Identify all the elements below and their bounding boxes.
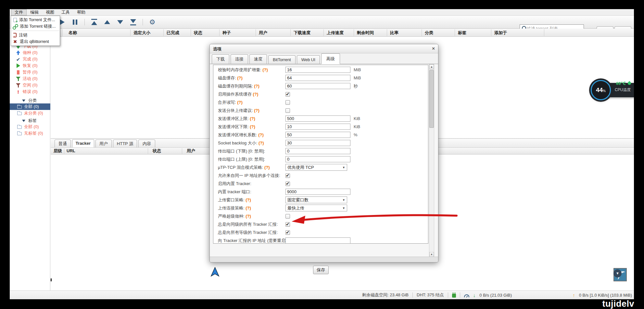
help-icon[interactable]: (?) bbox=[263, 165, 270, 170]
column-header-10[interactable]: 比率 bbox=[390, 29, 398, 37]
options-button[interactable]: ⚙ bbox=[149, 19, 156, 26]
panel-resize-handle[interactable] bbox=[51, 278, 52, 281]
sidebar-filter-5[interactable]: 恢复 (0) bbox=[10, 62, 50, 69]
menu-file-open[interactable]: 文件 bbox=[11, 9, 27, 16]
option-checkbox[interactable] bbox=[285, 108, 290, 113]
help-icon[interactable]: (?) bbox=[245, 206, 251, 210]
save-button[interactable]: 保存 bbox=[313, 266, 329, 274]
help-icon[interactable]: (?) bbox=[245, 197, 251, 202]
option-input[interactable] bbox=[285, 148, 350, 154]
sidebar-filter-4[interactable]: ✔完成 (0) bbox=[10, 56, 50, 62]
collapse-panel-button[interactable]: ▼ bbox=[613, 269, 622, 277]
sidebar-group-tag[interactable]: 标签 bbox=[10, 118, 50, 124]
move-down-button[interactable] bbox=[117, 19, 124, 26]
torrent-table-header[interactable]: 名称选定大小已完成状态种子用户下载速度上传速度剩余时间比率分类标签添加于 bbox=[51, 29, 634, 37]
help-icon[interactable]: (?) bbox=[236, 75, 243, 80]
option-checkbox[interactable] bbox=[285, 230, 290, 235]
details-tab-tracker[interactable]: Tracker bbox=[72, 139, 94, 147]
dialog-scrollbar[interactable]: ▲ ▼ bbox=[429, 64, 434, 257]
menu-item-2[interactable]: 添加 Torrent 链接... bbox=[11, 23, 60, 30]
help-icon[interactable]: (?) bbox=[249, 124, 255, 129]
option-input[interactable] bbox=[285, 140, 350, 146]
column-header-13[interactable]: 添加于 bbox=[494, 29, 507, 37]
sidebar-tag-2[interactable]: 无标签 (0) bbox=[10, 130, 50, 137]
details-tab-http 源[interactable]: HTTP 源 bbox=[113, 140, 137, 147]
column-header-7[interactable]: 下载速度 bbox=[294, 29, 310, 37]
help-icon[interactable]: (?) bbox=[253, 108, 259, 113]
option-input[interactable] bbox=[285, 67, 350, 73]
option-checkbox[interactable] bbox=[285, 181, 290, 186]
option-input[interactable] bbox=[285, 83, 350, 89]
dialog-titlebar[interactable]: 选项 × bbox=[210, 44, 438, 53]
option-input[interactable] bbox=[285, 189, 350, 195]
tracker-column-2[interactable]: URL bbox=[67, 148, 75, 154]
close-icon[interactable]: × bbox=[432, 46, 435, 51]
help-icon[interactable]: (?) bbox=[236, 100, 243, 105]
tracker-column-1[interactable]: 层级 bbox=[54, 148, 62, 154]
option-select[interactable]: 固定窗口数▼ bbox=[285, 196, 347, 203]
menu-item-1[interactable]: 添加 Torrent 文件... bbox=[11, 17, 60, 23]
option-select[interactable]: 优先使用 TCP▼ bbox=[285, 164, 347, 171]
menu-item-5[interactable]: ✖退出 qBittorrent bbox=[11, 38, 60, 45]
sidebar-filter-7[interactable]: 活动 (0) bbox=[10, 75, 50, 82]
menu-item-4[interactable]: 注销 bbox=[11, 32, 60, 38]
column-header-6[interactable]: 用户 bbox=[259, 29, 267, 37]
help-icon[interactable]: (?) bbox=[261, 67, 268, 72]
sidebar-category-1[interactable]: 全部 (0) bbox=[10, 103, 50, 110]
menu-item[interactable]: 视图 bbox=[42, 9, 58, 16]
options-tab-bittorrent[interactable]: BitTorrent bbox=[268, 55, 296, 64]
pause-button[interactable] bbox=[71, 19, 79, 26]
column-header-1[interactable]: 名称 bbox=[69, 29, 77, 37]
column-header-11[interactable]: 分类 bbox=[425, 29, 433, 37]
help-icon[interactable]: (?) bbox=[252, 92, 258, 97]
option-input[interactable] bbox=[285, 132, 350, 138]
help-icon[interactable]: (?) bbox=[245, 214, 251, 219]
column-header-5[interactable]: 种子 bbox=[222, 29, 231, 37]
details-tab-内容[interactable]: 内容 bbox=[138, 140, 155, 147]
details-tab-普通[interactable]: 普通 bbox=[55, 140, 71, 147]
sidebar-filter-6[interactable]: 暂停 (0) bbox=[10, 69, 50, 75]
options-tab-web-ui[interactable]: Web UI bbox=[297, 55, 320, 64]
tracker-column-4[interactable]: 用户 bbox=[187, 148, 195, 154]
sidebar-filter-9[interactable]: !错误 (0) bbox=[10, 88, 50, 95]
sidebar-group-category[interactable]: 分类 bbox=[10, 98, 50, 103]
help-icon[interactable]: (?) bbox=[249, 116, 255, 121]
option-input[interactable] bbox=[285, 237, 350, 244]
options-tab-高级[interactable]: 高级 bbox=[321, 53, 340, 64]
column-header-12[interactable]: 标签 bbox=[458, 29, 466, 37]
column-header-8[interactable]: 上传速度 bbox=[327, 29, 344, 37]
option-checkbox[interactable] bbox=[285, 92, 290, 97]
menu-item[interactable]: 帮助 bbox=[73, 9, 89, 16]
column-header-2[interactable]: 选定大小 bbox=[133, 29, 150, 37]
sidebar-filter-8[interactable]: 空闲 (0) bbox=[10, 82, 50, 88]
scroll-down-icon[interactable]: ▼ bbox=[429, 252, 434, 257]
option-input[interactable] bbox=[285, 115, 350, 122]
speed-limits-icon[interactable] bbox=[464, 294, 469, 297]
option-checkbox[interactable] bbox=[285, 173, 290, 178]
move-top-button[interactable] bbox=[91, 19, 98, 26]
sidebar-category-2[interactable]: 未分类 (0) bbox=[10, 110, 50, 116]
scroll-up-icon[interactable]: ▲ bbox=[429, 64, 434, 69]
option-input[interactable] bbox=[285, 124, 350, 130]
option-select[interactable]: 最快上传▼ bbox=[285, 205, 347, 211]
connection-status-icon[interactable] bbox=[452, 294, 456, 298]
scrollbar-thumb[interactable] bbox=[429, 70, 434, 128]
sidebar-filter-3[interactable]: 做种 (0) bbox=[10, 49, 50, 56]
option-checkbox[interactable] bbox=[285, 100, 290, 105]
option-input[interactable] bbox=[285, 75, 350, 81]
column-header-3[interactable]: 已完成 bbox=[167, 29, 179, 37]
option-input[interactable] bbox=[285, 156, 350, 162]
options-tab-连接[interactable]: 连接 bbox=[231, 54, 248, 64]
options-tab-下载[interactable]: 下载 bbox=[212, 54, 229, 64]
options-tab-速度[interactable]: 速度 bbox=[249, 54, 267, 64]
help-icon[interactable]: (?) bbox=[253, 84, 259, 88]
menu-item[interactable]: 编辑 bbox=[27, 9, 42, 16]
sidebar-tag-1[interactable]: 全部 (0) bbox=[10, 124, 50, 130]
help-icon[interactable]: (?) bbox=[257, 141, 264, 145]
column-header-9[interactable]: 剩余时间 bbox=[357, 29, 374, 37]
menu-item[interactable]: 工具 bbox=[58, 9, 73, 16]
move-up-button[interactable] bbox=[104, 19, 111, 26]
details-tab-用户[interactable]: 用户 bbox=[95, 140, 112, 147]
column-header-4[interactable]: 状态 bbox=[194, 29, 202, 37]
tracker-column-3[interactable]: 状态 bbox=[153, 148, 161, 154]
